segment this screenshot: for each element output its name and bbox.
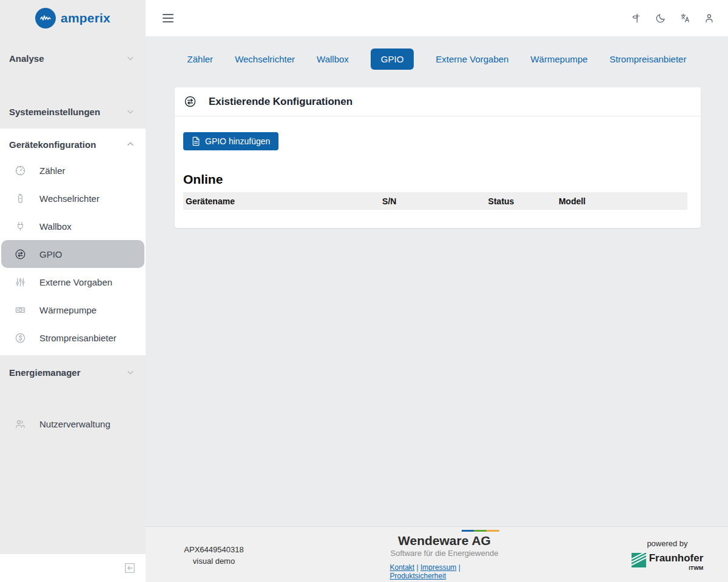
topbar <box>146 0 728 36</box>
card-body: GPIO hinzufügen Online Gerätename S/N St… <box>175 116 701 228</box>
configurations-card: Existierende Konfigurationen GPIO hinzuf… <box>175 87 701 228</box>
column-modell: Modell <box>556 192 687 210</box>
table-header-row: Gerätename S/N Status Modell <box>183 192 687 210</box>
sidebar: amperix Analyse Systemeinstellungen Gerä… <box>0 0 146 582</box>
powered-by-label: powered by <box>647 539 687 548</box>
tab-bar: Zähler Wechselrichter Wallbox GPIO Exter… <box>146 48 728 70</box>
item-label: Externe Vorgaben <box>39 277 112 287</box>
company-name: Wendeware AG <box>398 534 491 548</box>
group-label: Gerätekonfiguration <box>9 139 96 150</box>
document-icon <box>192 136 200 146</box>
amperix-waveform-icon <box>35 8 56 28</box>
tab-externe-vorgaben[interactable]: Externe Vorgaben <box>436 48 508 70</box>
tab-wechselrichter[interactable]: Wechselrichter <box>235 48 295 70</box>
price-coin-icon <box>15 332 26 344</box>
content-area: Zähler Wechselrichter Wallbox GPIO Exter… <box>146 36 728 526</box>
moon-icon[interactable] <box>653 10 669 26</box>
sidebar-expanded-section: Gerätekonfiguration Zähler Wechselrichte… <box>0 129 146 355</box>
tab-gpio[interactable]: GPIO <box>371 48 414 70</box>
sidebar-group-analyse[interactable]: Analyse <box>0 48 146 68</box>
item-label: Wärmepumpe <box>39 305 96 315</box>
sidebar-footer <box>0 554 146 582</box>
main-area: Zähler Wechselrichter Wallbox GPIO Exter… <box>146 0 728 582</box>
topbar-icons <box>629 10 717 26</box>
sidebar-item-wechselrichter[interactable]: Wechselrichter <box>0 184 146 212</box>
sidebar-item-zaehler[interactable]: Zähler <box>0 156 146 184</box>
chevron-down-icon <box>126 54 135 62</box>
brand-name: amperix <box>61 11 110 25</box>
sidebar-group-systemeinstellungen[interactable]: Systemeinstellungen <box>0 102 146 121</box>
collapse-sidebar-button[interactable] <box>123 561 136 575</box>
tab-waermepumpe[interactable]: Wärmepumpe <box>530 48 587 70</box>
link-separator: | <box>417 563 419 572</box>
kontakt-link[interactable]: Kontakt <box>390 563 415 572</box>
tab-strompreisanbieter[interactable]: Strompreisanbieter <box>610 48 687 70</box>
device-info: APX6449540318 visual demo <box>146 527 282 582</box>
company-tagline: Software für die Energiewende <box>391 549 499 558</box>
signpost-icon[interactable] <box>629 10 644 26</box>
collapse-arrow-icon <box>123 561 136 575</box>
fraunhofer-unit: ITWM <box>649 565 704 571</box>
group-label: Energiemanager <box>9 367 81 378</box>
sidebar-group-geraetekonfiguration[interactable]: Gerätekonfiguration <box>0 132 146 156</box>
powered-by-block: powered by Fraunhofer ITWM <box>607 527 728 582</box>
users-icon <box>15 418 26 430</box>
gpio-swap-icon <box>184 95 197 108</box>
sidebar-item-wallbox[interactable]: Wallbox <box>0 212 146 240</box>
tab-zaehler[interactable]: Zähler <box>187 48 214 70</box>
demo-mode-label: visual demo <box>146 557 282 566</box>
item-label: GPIO <box>39 249 62 259</box>
fraunhofer-logo: Fraunhofer ITWM <box>632 553 704 571</box>
device-serial: APX6449540318 <box>146 545 282 554</box>
fraunhofer-name: Fraunhofer <box>649 553 704 563</box>
card-header: Existierende Konfigurationen <box>175 87 701 116</box>
group-label: Analyse <box>9 53 44 64</box>
sidebar-item-gpio[interactable]: GPIO <box>1 240 144 268</box>
card-title: Existierende Konfigurationen <box>209 96 352 108</box>
heatpump-icon <box>15 304 26 316</box>
inverter-icon <box>15 193 26 204</box>
column-geraetename: Gerätename <box>183 192 380 210</box>
column-sn: S/N <box>380 192 486 210</box>
group-label: Systemeinstellungen <box>9 107 100 117</box>
sidebar-item-waermepumpe[interactable]: Wärmepumpe <box>0 296 146 324</box>
footer-links: Kontakt | Impressum | Produktsicherheit <box>390 563 499 580</box>
translate-icon[interactable] <box>677 10 693 26</box>
online-section-title: Online <box>183 172 692 187</box>
devices-table: Gerätename S/N Status Modell <box>183 192 687 228</box>
column-status: Status <box>486 192 556 210</box>
sidebar-item-externe-vorgaben[interactable]: Externe Vorgaben <box>0 268 146 296</box>
sidebar-item-nutzerverwaltung[interactable]: Nutzerverwaltung <box>0 410 146 438</box>
impressum-link[interactable]: Impressum <box>420 563 456 572</box>
item-label: Wechselrichter <box>39 193 99 204</box>
tab-wallbox[interactable]: Wallbox <box>317 48 349 70</box>
wendeware-tricolor-bar <box>462 530 499 532</box>
add-gpio-label: GPIO hinzufügen <box>205 136 270 146</box>
gpio-swap-icon <box>15 249 26 260</box>
sidebar-item-strompreisanbieter[interactable]: Strompreisanbieter <box>0 324 146 352</box>
sidebar-nav: Analyse Systemeinstellungen Gerätekonfig… <box>0 36 146 554</box>
footer: APX6449540318 visual demo Wendeware AG S… <box>146 526 728 582</box>
item-label: Wallbox <box>39 221 72 232</box>
chevron-up-icon <box>126 140 135 149</box>
chevron-down-icon <box>126 107 135 116</box>
item-label: Strompreisanbieter <box>39 333 116 343</box>
plug-icon <box>15 221 26 232</box>
add-gpio-button[interactable]: GPIO hinzufügen <box>183 132 278 150</box>
link-separator: | <box>459 563 460 572</box>
chevron-down-icon <box>126 368 135 376</box>
item-label: Nutzerverwaltung <box>39 419 110 429</box>
sidebar-group-energiemanager[interactable]: Energiemanager <box>0 363 146 382</box>
produktsicherheit-link[interactable]: Produktsicherheit <box>390 572 447 580</box>
fraunhofer-stripes-icon <box>632 553 646 567</box>
user-icon[interactable] <box>701 10 717 26</box>
sliders-icon <box>15 276 26 288</box>
menu-hamburger-icon[interactable] <box>163 14 174 22</box>
empty-table-body <box>183 210 687 228</box>
item-label: Zähler <box>39 166 66 176</box>
amperix-logo[interactable]: amperix <box>0 0 146 36</box>
gauge-icon <box>15 165 26 176</box>
company-block: Wendeware AG Software für die Energiewen… <box>282 527 607 582</box>
